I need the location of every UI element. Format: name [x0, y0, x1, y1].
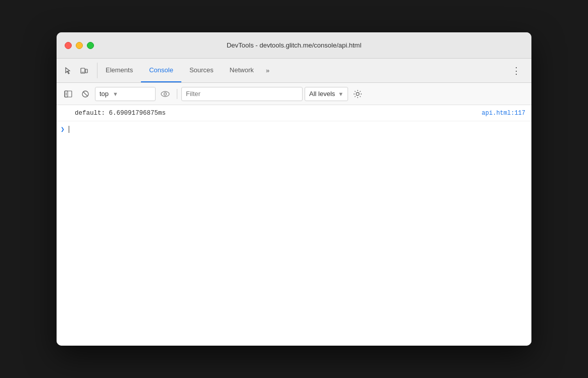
svg-line-7 [83, 91, 88, 96]
text-cursor [69, 126, 69, 133]
sidebar-icon [64, 90, 72, 98]
eye-icon [161, 90, 170, 98]
live-expressions-button[interactable] [158, 86, 173, 102]
window-title: DevTools - devtools.glitch.me/console/ap… [227, 41, 362, 49]
tab-more-button[interactable]: » [262, 59, 273, 82]
tab-elements[interactable]: Elements [97, 59, 141, 82]
log-source-link[interactable]: api.html:117 [482, 110, 525, 117]
console-toolbar: top ▼ All levels ▼ [57, 83, 531, 105]
cursor-icon [64, 67, 72, 75]
maximize-button[interactable] [87, 42, 94, 49]
filter-input[interactable] [181, 87, 303, 101]
tabs-container: Elements Console Sources Network » [97, 59, 505, 82]
gear-icon [353, 89, 362, 99]
more-options-button[interactable]: ⋮ [509, 64, 523, 78]
chevron-down-icon: ▼ [113, 91, 118, 97]
close-button[interactable] [65, 42, 72, 49]
levels-label: All levels [309, 90, 335, 98]
tab-bar-end: ⋮ [505, 59, 527, 82]
svg-rect-1 [85, 69, 87, 73]
tab-network[interactable]: Network [222, 59, 262, 82]
inspect-element-button[interactable] [61, 64, 75, 78]
toolbar-separator [177, 89, 177, 99]
console-prompt-icon: ❯ [61, 125, 65, 133]
context-selector[interactable]: top ▼ [95, 87, 156, 101]
chevron-down-icon: ▼ [338, 91, 344, 97]
device-toolbar-button[interactable] [77, 64, 91, 78]
tab-sources[interactable]: Sources [181, 59, 222, 82]
log-text: default: 6.69091796875ms [75, 110, 166, 117]
block-icon [81, 90, 89, 98]
devtools-window: DevTools - devtools.glitch.me/console/ap… [57, 32, 531, 346]
console-log-row: default: 6.69091796875ms api.html:117 [57, 105, 531, 121]
clear-console-button[interactable] [78, 86, 93, 102]
console-area: default: 6.69091796875ms api.html:117 ❯ [57, 105, 531, 346]
console-input-area[interactable] [69, 126, 527, 133]
svg-point-10 [356, 92, 359, 96]
tab-bar: Elements Console Sources Network » ⋮ [57, 59, 531, 83]
traffic-lights [65, 42, 94, 49]
svg-point-9 [164, 92, 167, 95]
tab-icons [61, 59, 97, 82]
tab-console[interactable]: Console [141, 59, 181, 82]
svg-point-8 [161, 91, 169, 97]
svg-rect-4 [65, 91, 72, 97]
console-input-row[interactable]: ❯ [57, 121, 531, 137]
context-value: top [100, 90, 109, 98]
device-icon [80, 67, 88, 75]
console-settings-button[interactable] [350, 86, 365, 102]
minimize-button[interactable] [76, 42, 83, 49]
show-console-sidebar-button[interactable] [61, 86, 76, 102]
title-bar: DevTools - devtools.glitch.me/console/ap… [57, 32, 531, 59]
log-levels-selector[interactable]: All levels ▼ [305, 87, 348, 101]
